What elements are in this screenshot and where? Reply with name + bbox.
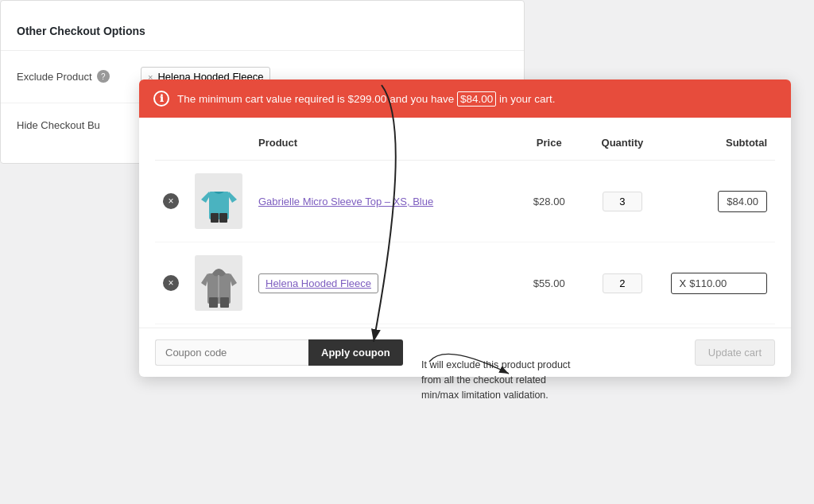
product-name-cell-2: Helena Hooded Fleece — [250, 242, 516, 324]
table-row: × — [155, 161, 775, 242]
apply-coupon-button[interactable]: Apply coupon — [308, 339, 403, 366]
cart-overlay: ℹ The minimum cart value required is $29… — [139, 79, 791, 377]
product-image-svg-2 — [201, 258, 237, 309]
svg-marker-2 — [229, 192, 237, 203]
table-row: × — [155, 242, 775, 324]
annotation-text: It will exclude this product productfrom… — [421, 358, 571, 402]
remove-cell-2: × — [155, 242, 187, 324]
image-cell-2 — [187, 242, 250, 324]
svg-marker-7 — [230, 273, 237, 286]
alert-banner: ℹ The minimum cart value required is $29… — [139, 79, 791, 118]
quantity-input-1[interactable] — [603, 192, 642, 211]
product-image-2 — [195, 255, 242, 311]
svg-rect-9 — [209, 297, 218, 308]
col-subtotal: Subtotal — [663, 126, 775, 161]
product-image-svg-1 — [201, 177, 237, 225]
col-product: Product — [250, 126, 516, 161]
image-cell-1 — [187, 161, 250, 242]
product-image-1 — [195, 173, 242, 229]
alert-icon: ℹ — [153, 91, 169, 107]
subtotal-box-2: X $110.00 — [671, 273, 767, 294]
svg-rect-10 — [220, 297, 229, 308]
col-price: Price — [516, 126, 582, 161]
col-image — [187, 126, 250, 161]
svg-rect-3 — [211, 213, 219, 223]
remove-button-2[interactable]: × — [163, 275, 179, 291]
help-icon[interactable]: ? — [97, 70, 110, 83]
price-cell-1: $28.00 — [516, 161, 582, 242]
subtotal-cell-1: $84.00 — [663, 161, 775, 242]
qty-cell-1 — [582, 161, 662, 242]
quantity-input-2[interactable] — [603, 273, 642, 293]
product-link-1[interactable]: Gabrielle Micro Sleeve Top – XS, Blue — [258, 196, 433, 207]
remove-cell-1: × — [155, 161, 187, 242]
alert-amount: $84.00 — [457, 91, 496, 107]
coupon-input[interactable] — [155, 339, 308, 366]
update-cart-button[interactable]: Update cart — [695, 339, 775, 366]
cart-table: Product Price Quantity Subtotal × — [155, 126, 775, 324]
product-name-outline-box: Helena Hooded Fleece — [258, 273, 378, 293]
qty-cell-2 — [582, 242, 662, 324]
remove-button-1[interactable]: × — [163, 193, 179, 209]
product-link-2[interactable]: Helena Hooded Fleece — [266, 277, 371, 289]
admin-panel-title: Other Checkout Options — [1, 17, 524, 51]
alert-message: The minimum cart value required is $299.… — [177, 93, 556, 105]
col-quantity: Quantity — [582, 126, 662, 161]
exclude-product-label: Exclude Product ? — [17, 67, 128, 83]
svg-rect-4 — [219, 213, 227, 223]
svg-marker-1 — [201, 192, 209, 203]
subtotal-box-1: $84.00 — [718, 191, 767, 212]
svg-marker-6 — [201, 273, 208, 286]
excluded-x-icon: X — [680, 277, 687, 289]
product-name-cell-1: Gabrielle Micro Sleeve Top – XS, Blue — [250, 161, 516, 242]
cart-table-wrapper: Product Price Quantity Subtotal × — [139, 118, 791, 324]
subtotal-cell-2: X $110.00 — [663, 242, 775, 324]
table-header-row: Product Price Quantity Subtotal — [155, 126, 775, 161]
col-remove — [155, 126, 187, 161]
price-cell-2: $55.00 — [516, 242, 582, 324]
